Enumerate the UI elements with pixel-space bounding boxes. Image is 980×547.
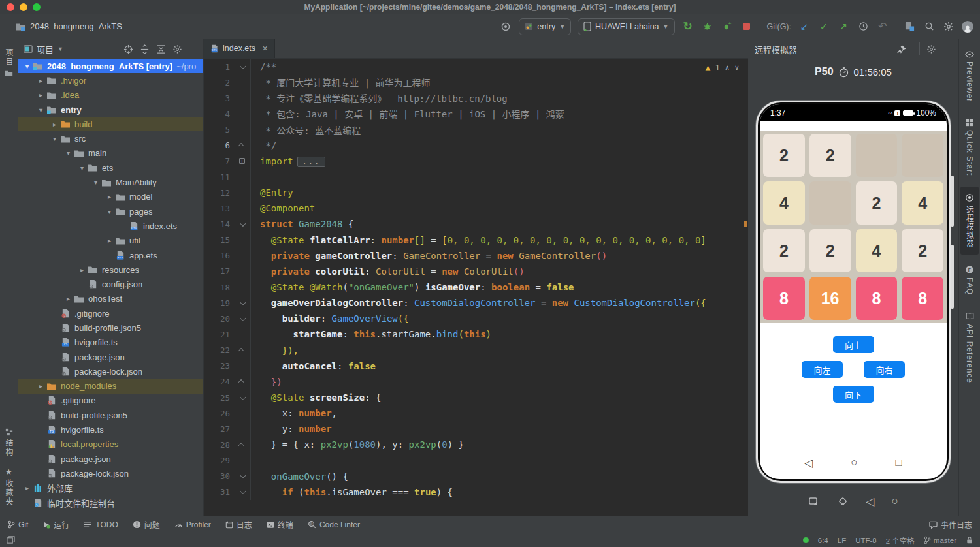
tree-chevron-icon[interactable]: ▸	[50, 121, 59, 128]
tree-chevron-icon[interactable]: ▾	[105, 208, 114, 215]
tree-item-package.json[interactable]: package.json	[18, 350, 203, 364]
tree-item-index.ets[interactable]: ETSindex.ets	[18, 219, 203, 233]
tree-chevron-icon[interactable]: ▾	[50, 135, 59, 142]
toolwindow-button-问题[interactable]: 问题	[133, 519, 160, 530]
tree-item-resources[interactable]: ▸resources	[18, 262, 203, 277]
tree-item-.gitignore[interactable]: .gitignore	[18, 394, 203, 408]
tree-chevron-icon[interactable]: ▾	[36, 106, 46, 114]
window-layout-icon[interactable]	[7, 536, 15, 544]
toolwindow-button-todo[interactable]: TODO	[84, 520, 118, 529]
debug-button[interactable]	[701, 20, 714, 33]
phone-screen[interactable]: 1:37 ‹·› ! 100% 22424224281688 向上	[760, 104, 947, 479]
project-structure-icon[interactable]	[903, 20, 916, 33]
toolwindow-button-日志[interactable]: 日志	[225, 519, 252, 530]
tree-item-main[interactable]: ▾main	[18, 146, 203, 161]
device-dropdown[interactable]: HUAWEI Lahaina ▼	[578, 18, 674, 35]
code-line-17[interactable]: 17 private colorUtil: ColorUtil = new Co…	[204, 264, 748, 279]
fold-marker-icon[interactable]	[234, 390, 251, 405]
code-line-29[interactable]: 29	[204, 453, 748, 469]
tree-chevron-icon[interactable]: ▾	[91, 179, 101, 186]
fold-marker-icon[interactable]	[234, 59, 251, 74]
hide-panel-icon[interactable]: —	[189, 44, 198, 54]
tree-item-package-lock.json[interactable]: package-lock.json	[18, 466, 203, 480]
code-line-25[interactable]: 25 @State screenSize: {	[204, 390, 748, 405]
code-line-11[interactable]: 11	[204, 169, 748, 185]
code-line-1[interactable]: 1/**	[204, 59, 748, 74]
toolwindow-button-profiler[interactable]: Profiler	[174, 520, 211, 529]
tree-chevron-icon[interactable]: ▸	[22, 484, 32, 492]
code-line-24[interactable]: 24 })	[204, 374, 748, 390]
panel-settings-gear-icon[interactable]	[172, 44, 182, 54]
line-ending[interactable]: LF	[838, 537, 846, 544]
code-line-26[interactable]: 26 x: number,	[204, 405, 748, 421]
emulator-minimize-icon[interactable]: —	[943, 44, 952, 54]
tree-chevron-icon[interactable]: ▸	[105, 193, 114, 200]
code-line-4[interactable]: 4 * 包含: Java | 安卓 | 前端 | Flutter | iOS |…	[204, 106, 748, 121]
tree-item-ohosTest[interactable]: ▸ohosTest	[18, 292, 203, 306]
nav-home-icon[interactable]: ○	[851, 456, 857, 470]
tree-item-.hvigor[interactable]: ▸.hvigor	[18, 73, 203, 87]
tree-item-src[interactable]: ▾src	[18, 131, 203, 146]
stop-button[interactable]	[740, 20, 753, 33]
code-line-2[interactable]: 2 * 厦门大学计算机专业 | 前华为工程师	[204, 74, 748, 90]
code-line-28[interactable]: 28 } = { x: px2vp(1080), y: px2vp(0) }	[204, 437, 748, 452]
lock-icon[interactable]	[966, 536, 973, 544]
right-tab-previewer[interactable]: Previewer	[960, 44, 979, 108]
code-line-30[interactable]: 30 onGameOver() {	[204, 469, 748, 484]
caret-position[interactable]: 6:4	[818, 537, 828, 544]
code-line-14[interactable]: 14struct Game2048 {	[204, 216, 748, 232]
move-down-button[interactable]: 向下	[833, 386, 874, 403]
tree-item-model[interactable]: ▸model	[18, 190, 203, 204]
tree-chevron-icon[interactable]: ▸	[105, 237, 114, 244]
git-push-button[interactable]: ↗	[837, 20, 850, 33]
tree-item-hvigorfile.ts[interactable]: TShvigorfile.ts	[18, 422, 203, 437]
right-tab-api-reference[interactable]: API Reference	[960, 305, 979, 390]
tree-chevron-icon[interactable]: ▸	[36, 77, 46, 84]
folded-region-badge[interactable]: ...	[297, 157, 326, 167]
profile-avatar[interactable]	[962, 21, 973, 33]
tool-tab-project[interactable]: 项目	[2, 43, 16, 83]
device-manager-icon[interactable]	[499, 20, 512, 33]
tree-item-app.ets[interactable]: ETSapp.ets	[18, 248, 203, 262]
collapse-all-icon[interactable]	[156, 44, 166, 54]
breadcrumb[interactable]: 2048_hongmeng_ArkTS	[16, 22, 122, 32]
fold-marker-icon[interactable]	[234, 311, 251, 326]
code-line-18[interactable]: 18 @State @Watch("onGameOver") isGameOve…	[204, 279, 748, 295]
tree-item-.gitignore[interactable]: .gitignore	[18, 306, 203, 320]
tree-chevron-icon[interactable]: ▸	[63, 295, 73, 302]
pin-icon[interactable]	[896, 44, 906, 54]
expand-all-icon[interactable]	[140, 44, 150, 54]
right-tab-faq[interactable]: FFAQ	[960, 258, 979, 302]
move-up-button[interactable]: 向上	[833, 336, 874, 353]
toolwindow-button-git[interactable]: Git	[8, 520, 28, 529]
git-commit-button[interactable]: ✓	[817, 20, 830, 33]
fold-marker-icon[interactable]	[234, 484, 251, 500]
tree-item-build[interactable]: ▸build	[18, 117, 203, 131]
git-update-button[interactable]: ↙	[798, 20, 811, 33]
project-panel-tab[interactable]: 项目 ▼	[24, 43, 63, 55]
locate-file-icon[interactable]	[123, 44, 133, 54]
tree-item--[interactable]: ▸外部库	[18, 481, 203, 495]
code-line-3[interactable]: 3 * 专注《零基础学编程系列》 http://lblbc.cn/blog	[204, 90, 748, 106]
tree-item-node_modules[interactable]: ▸node_modules	[18, 379, 203, 394]
tree-item-.idea[interactable]: ▸.idea	[18, 88, 203, 102]
tree-item-util[interactable]: ▸util	[18, 234, 203, 248]
event-log-button[interactable]: 事件日志	[929, 519, 972, 530]
emu-back-icon[interactable]: ◁	[866, 495, 874, 508]
code-line-19[interactable]: 19 gameOverDialogController: CustomDialo…	[204, 295, 748, 311]
tree-item-build-profile.json5[interactable]: build-profile.json5	[18, 408, 203, 422]
tree-chevron-icon[interactable]: ▾	[63, 149, 73, 157]
toolwindow-button-终端[interactable]: 终端	[267, 519, 293, 530]
tree-item-hvigorfile.ts[interactable]: TShvigorfile.ts	[18, 336, 203, 350]
fold-marker-icon[interactable]	[234, 374, 251, 390]
tree-chevron-icon[interactable]: ▾	[22, 63, 32, 70]
right-tab-远程模拟器[interactable]: 远程模拟器	[960, 187, 979, 255]
fold-marker-icon[interactable]: +	[234, 153, 251, 169]
tool-tab-structure[interactable]: 结构	[2, 423, 16, 462]
code-area[interactable]: 1/**2 * 厦门大学计算机专业 | 前华为工程师3 * 专注《零基础学编程系…	[204, 59, 748, 516]
editor-tab-index-ets[interactable]: ETS index.ets ✕	[204, 39, 275, 58]
code-line-6[interactable]: 6 */	[204, 138, 748, 153]
run-button[interactable]: ↻	[681, 20, 694, 33]
code-line-12[interactable]: 12@Entry	[204, 185, 748, 200]
tree-item-MainAbility[interactable]: ▾MainAbility	[18, 175, 203, 189]
